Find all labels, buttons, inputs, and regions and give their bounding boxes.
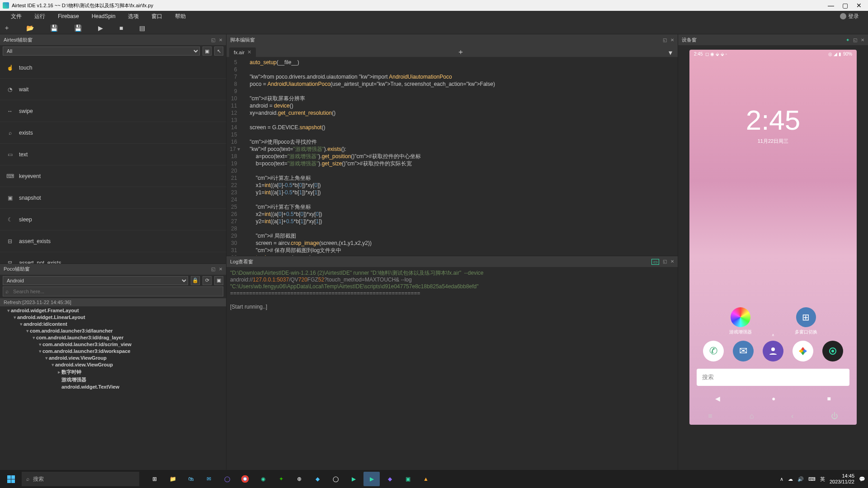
stop-icon[interactable]: ■ — [119, 24, 123, 32]
code-area[interactable]: auto_setup(__file__) "kw">from poco.driv… — [244, 57, 678, 256]
tab-menu-button[interactable]: ▾ — [666, 48, 675, 57]
tree-node[interactable]: ▾android.widget.LinearLayout — [0, 314, 226, 321]
tab-fx-air[interactable]: fx.air ✕ — [229, 47, 256, 57]
cmd-assert_not_exists[interactable]: ⊟assert_not_exists — [0, 252, 226, 263]
tray-cloud-icon[interactable]: ☁ — [788, 476, 793, 482]
menu-firebase[interactable]: Firebase — [52, 13, 85, 19]
app-icon-6[interactable]: ◆ — [382, 472, 398, 486]
open-icon[interactable]: 📂 — [26, 24, 34, 32]
poco-tree[interactable]: ▾android.widget.FrameLayout▾android.widg… — [0, 306, 226, 470]
cmd-exists[interactable]: ⌕exists — [0, 122, 226, 144]
app-icon-8[interactable]: ▲ — [418, 472, 434, 486]
tray-ime-icon[interactable]: ⌨ — [808, 476, 816, 482]
cmd-wait[interactable]: ◔wait — [0, 79, 226, 100]
tab-close-icon[interactable]: ✕ — [247, 49, 251, 55]
add-tab-button[interactable]: ＋ — [454, 47, 467, 57]
cmd-sleep[interactable]: ☾sleep — [0, 209, 226, 230]
dock-contacts-icon[interactable] — [763, 341, 783, 361]
app-icon-7[interactable]: ▣ — [400, 472, 416, 486]
panel-undock-icon[interactable]: ◱ — [211, 267, 215, 272]
tree-node[interactable]: ▾com.android.launcher3:id/workspace — [0, 348, 226, 355]
edge-icon[interactable]: ◉ — [255, 472, 271, 486]
tree-node[interactable]: ▾android:id/content — [0, 321, 226, 328]
log-filter-icon[interactable]: ▭ — [651, 259, 659, 265]
login-button[interactable]: 登录 — [835, 13, 863, 20]
menu-options[interactable]: 选项 — [122, 13, 145, 20]
menu-headspin[interactable]: HeadSpin — [85, 13, 122, 19]
taskbar-clock[interactable]: 14:45 2023/11/22 — [830, 473, 854, 485]
taskview-icon[interactable]: ⊞ — [146, 472, 163, 486]
menu-window[interactable]: 窗口 — [145, 13, 169, 20]
poco-search-input[interactable] — [3, 286, 223, 296]
tray-chevron-icon[interactable]: ∧ — [780, 476, 783, 482]
cmd-keyevent[interactable]: ⌨keyevent — [0, 165, 226, 187]
dock-phone-icon[interactable]: ✆ — [703, 341, 724, 361]
airtest-taskbar-icon[interactable]: ▶ — [363, 472, 380, 486]
nav-home-icon[interactable]: ● — [772, 395, 775, 402]
app-icon-4[interactable]: ◯ — [327, 472, 344, 486]
tree-node[interactable]: ▾com.android.launcher3:id/scrim_view — [0, 341, 226, 348]
run-icon[interactable]: ▶ — [98, 24, 103, 32]
poco-refresh-icon[interactable]: ⟳ — [203, 276, 212, 285]
device-tool-icon[interactable]: ✦ — [846, 38, 849, 42]
menu-file[interactable]: 文件 — [5, 13, 28, 20]
cmd-touch[interactable]: ☝touch — [0, 57, 226, 79]
chrome-icon[interactable] — [237, 472, 253, 486]
app-icon-1[interactable]: ◯ — [219, 472, 235, 486]
maximize-button[interactable]: ▢ — [842, 2, 848, 9]
panel-undock-icon[interactable]: ◱ — [663, 38, 667, 42]
saveall-icon[interactable]: 💾 — [74, 24, 82, 32]
tray-lang[interactable]: 英 — [820, 476, 825, 483]
app-icon-2[interactable]: ⊕ — [291, 472, 307, 486]
close-button[interactable]: ✕ — [856, 2, 862, 9]
menu-help[interactable]: 帮助 — [169, 13, 192, 20]
cmd-swipe[interactable]: ↔swipe — [0, 100, 226, 122]
tree-node[interactable]: ▾android.view.ViewGroup — [0, 355, 226, 361]
panel-close-icon[interactable]: ✕ — [861, 38, 864, 42]
report-icon[interactable]: ▤ — [139, 24, 145, 32]
tree-node[interactable]: 游戏增强器 — [0, 376, 226, 384]
code-editor[interactable]: 5 6 7 8 9 10 11 12 13 14 15 16 17 ▾ 18 1… — [226, 57, 678, 256]
dev-menu-icon[interactable]: ≡ — [708, 412, 712, 420]
start-button[interactable] — [3, 472, 19, 486]
dock-camera-icon[interactable] — [822, 341, 843, 361]
explorer-icon[interactable]: 📁 — [165, 472, 181, 486]
dev-home-icon[interactable]: ⌂ — [750, 412, 754, 420]
cmd-snapshot[interactable]: ▣snapshot — [0, 187, 226, 209]
device-mirror[interactable]: 2:45 ◻ ◉ ⬙ ⬙ ◦ ◎ ◢ ▮ 90% 2:45 11月22日周三 游… — [689, 50, 857, 425]
record-icon[interactable]: ▣ — [203, 47, 212, 56]
poco-lock-icon[interactable]: 🔒 — [191, 276, 200, 285]
panel-close-icon[interactable]: ✕ — [670, 38, 674, 42]
tree-node[interactable]: android.widget.TextView — [0, 384, 226, 390]
phone-search-bar[interactable]: 搜索 — [697, 369, 849, 386]
command-filter-select[interactable]: All — [3, 47, 200, 56]
tree-node[interactable]: ▾com.android.launcher3:id/launcher — [0, 328, 226, 334]
tree-node[interactable]: ▸数字时钟 — [0, 368, 226, 376]
nav-back-icon[interactable]: ◀ — [715, 395, 720, 402]
tree-node[interactable]: ▾android.view.ViewGroup — [0, 361, 226, 368]
new-icon[interactable]: ＋ — [4, 24, 10, 32]
wechat-icon[interactable]: ✦ — [273, 472, 289, 486]
menu-run[interactable]: 运行 — [28, 13, 52, 20]
minimize-button[interactable]: — — [828, 2, 834, 9]
panel-close-icon[interactable]: ✕ — [219, 38, 222, 42]
panel-close-icon[interactable]: ✕ — [219, 267, 222, 272]
panel-undock-icon[interactable]: ◱ — [211, 38, 215, 42]
tray-volume-icon[interactable]: 🔊 — [797, 476, 804, 482]
app-game-enhancer[interactable]: 游戏增强器 — [729, 307, 752, 335]
nav-recents-icon[interactable]: ■ — [827, 395, 831, 402]
cmd-text[interactable]: ▭text — [0, 144, 226, 165]
cursor-icon[interactable]: ↖ — [214, 47, 223, 56]
panel-close-icon[interactable]: ✕ — [670, 259, 674, 265]
store-icon[interactable]: 🛍 — [183, 472, 199, 486]
app-icon-5[interactable]: ▶ — [345, 472, 362, 486]
poco-record-icon[interactable]: ▣ — [214, 276, 223, 285]
panel-undock-icon[interactable]: ◱ — [663, 259, 667, 265]
tree-node[interactable]: ▾com.android.launcher3:id/drag_layer — [0, 334, 226, 341]
dev-power-icon[interactable]: ⏻ — [831, 412, 838, 420]
tree-node[interactable]: ▾android.widget.FrameLayout — [0, 307, 226, 314]
dock-photos-icon[interactable] — [793, 341, 813, 361]
panel-undock-icon[interactable]: ◱ — [853, 38, 857, 42]
poco-mode-select[interactable]: Android — [3, 276, 188, 285]
app-multiwindow[interactable]: ⊞ 多窗口切换 — [795, 307, 817, 335]
